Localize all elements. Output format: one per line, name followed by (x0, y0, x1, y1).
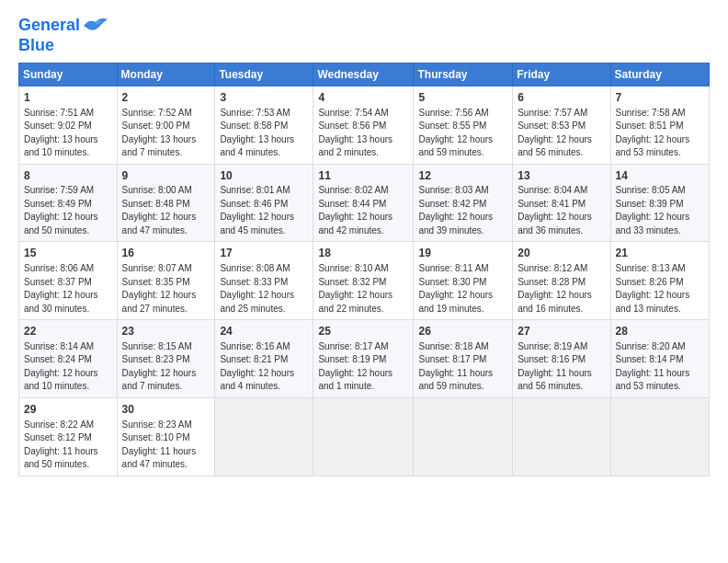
calendar-day-cell: 20Sunrise: 8:12 AMSunset: 8:28 PMDayligh… (513, 242, 610, 320)
day-info: Sunrise: 8:00 AMSunset: 8:48 PMDaylight:… (122, 184, 210, 237)
day-info: Sunrise: 8:11 AMSunset: 8:30 PMDaylight:… (418, 262, 507, 316)
day-number: 14 (616, 168, 704, 184)
calendar-day-cell (215, 397, 313, 476)
day-number: 19 (418, 246, 507, 261)
day-info: Sunrise: 8:07 AMSunset: 8:35 PMDaylight:… (122, 262, 210, 316)
calendar-header-sunday: Sunday (19, 63, 118, 86)
calendar-header-wednesday: Wednesday (313, 63, 414, 86)
day-info: Sunrise: 7:58 AMSunset: 8:51 PMDaylight:… (616, 107, 704, 160)
calendar-day-cell: 27Sunrise: 8:19 AMSunset: 8:16 PMDayligh… (513, 320, 610, 398)
calendar-day-cell: 4Sunrise: 7:54 AMSunset: 8:56 PMDaylight… (313, 86, 414, 164)
day-info: Sunrise: 7:57 AMSunset: 8:53 PMDaylight:… (518, 107, 605, 160)
calendar-day-cell: 19Sunrise: 8:11 AMSunset: 8:30 PMDayligh… (414, 242, 513, 320)
day-number: 29 (24, 402, 112, 418)
logo: General Blue (18, 15, 109, 55)
day-info: Sunrise: 8:23 AMSunset: 8:10 PMDaylight:… (122, 419, 210, 472)
calendar-header-row: SundayMondayTuesdayWednesdayThursdayFrid… (19, 63, 710, 86)
calendar-day-cell: 16Sunrise: 8:07 AMSunset: 8:35 PMDayligh… (117, 242, 215, 320)
calendar-week-row: 8Sunrise: 7:59 AMSunset: 8:49 PMDaylight… (19, 164, 710, 242)
day-info: Sunrise: 8:03 AMSunset: 8:42 PMDaylight:… (418, 184, 507, 237)
day-info: Sunrise: 8:04 AMSunset: 8:41 PMDaylight:… (518, 184, 605, 237)
day-number: 18 (318, 246, 408, 261)
page: General Blue SundayMondayTuesdayWednesda… (0, 0, 728, 563)
day-number: 30 (122, 402, 210, 418)
calendar-day-cell: 30Sunrise: 8:23 AMSunset: 8:10 PMDayligh… (117, 397, 215, 476)
day-number: 7 (616, 90, 704, 106)
calendar-header-saturday: Saturday (610, 63, 709, 86)
calendar-day-cell: 26Sunrise: 8:18 AMSunset: 8:17 PMDayligh… (414, 320, 513, 398)
day-info: Sunrise: 8:12 AMSunset: 8:28 PMDaylight:… (518, 262, 605, 316)
calendar-week-row: 15Sunrise: 8:06 AMSunset: 8:37 PMDayligh… (19, 242, 710, 320)
calendar-week-row: 29Sunrise: 8:22 AMSunset: 8:12 PMDayligh… (19, 397, 710, 476)
day-number: 25 (318, 324, 408, 339)
day-info: Sunrise: 8:19 AMSunset: 8:16 PMDaylight:… (518, 340, 605, 394)
calendar-day-cell: 18Sunrise: 8:10 AMSunset: 8:32 PMDayligh… (313, 242, 414, 320)
day-number: 9 (122, 168, 210, 184)
calendar-day-cell: 3Sunrise: 7:53 AMSunset: 8:58 PMDaylight… (215, 86, 313, 164)
calendar-header-thursday: Thursday (414, 63, 513, 86)
calendar-day-cell: 5Sunrise: 7:56 AMSunset: 8:55 PMDaylight… (414, 86, 513, 164)
day-info: Sunrise: 7:56 AMSunset: 8:55 PMDaylight:… (418, 107, 507, 160)
day-info: Sunrise: 8:20 AMSunset: 8:14 PMDaylight:… (616, 340, 704, 394)
calendar-day-cell (414, 397, 513, 476)
day-number: 26 (418, 324, 507, 339)
day-number: 22 (24, 324, 112, 339)
day-number: 10 (220, 168, 308, 184)
day-number: 15 (24, 246, 112, 261)
day-number: 1 (24, 90, 112, 106)
calendar-day-cell (313, 397, 414, 476)
logo-bird-icon (82, 15, 109, 37)
logo-text-blue: Blue (18, 37, 109, 55)
calendar-day-cell: 15Sunrise: 8:06 AMSunset: 8:37 PMDayligh… (19, 242, 118, 320)
calendar-day-cell: 25Sunrise: 8:17 AMSunset: 8:19 PMDayligh… (313, 320, 414, 398)
day-number: 21 (616, 246, 704, 261)
calendar-header-friday: Friday (513, 63, 610, 86)
day-info: Sunrise: 7:53 AMSunset: 8:58 PMDaylight:… (220, 107, 308, 160)
calendar-day-cell: 22Sunrise: 8:14 AMSunset: 8:24 PMDayligh… (19, 320, 118, 398)
day-info: Sunrise: 8:17 AMSunset: 8:19 PMDaylight:… (318, 340, 408, 394)
calendar-day-cell: 2Sunrise: 7:52 AMSunset: 9:00 PMDaylight… (117, 86, 215, 164)
logo-text: General (18, 17, 80, 35)
day-info: Sunrise: 7:51 AMSunset: 9:02 PMDaylight:… (24, 107, 112, 160)
calendar-day-cell: 12Sunrise: 8:03 AMSunset: 8:42 PMDayligh… (414, 164, 513, 242)
calendar-day-cell: 13Sunrise: 8:04 AMSunset: 8:41 PMDayligh… (513, 164, 610, 242)
day-number: 12 (418, 168, 507, 184)
calendar-day-cell: 10Sunrise: 8:01 AMSunset: 8:46 PMDayligh… (215, 164, 313, 242)
calendar-day-cell: 29Sunrise: 8:22 AMSunset: 8:12 PMDayligh… (19, 397, 118, 476)
day-info: Sunrise: 8:02 AMSunset: 8:44 PMDaylight:… (318, 184, 408, 237)
calendar-header-monday: Monday (117, 63, 215, 86)
calendar-day-cell: 14Sunrise: 8:05 AMSunset: 8:39 PMDayligh… (610, 164, 709, 242)
calendar-day-cell: 7Sunrise: 7:58 AMSunset: 8:51 PMDaylight… (610, 86, 709, 164)
calendar-week-row: 1Sunrise: 7:51 AMSunset: 9:02 PMDaylight… (19, 86, 710, 164)
calendar-day-cell: 1Sunrise: 7:51 AMSunset: 9:02 PMDaylight… (19, 86, 118, 164)
calendar-day-cell: 6Sunrise: 7:57 AMSunset: 8:53 PMDaylight… (513, 86, 610, 164)
header: General Blue (18, 15, 710, 55)
day-info: Sunrise: 8:14 AMSunset: 8:24 PMDaylight:… (24, 340, 112, 394)
calendar-day-cell (610, 397, 709, 476)
calendar-day-cell: 8Sunrise: 7:59 AMSunset: 8:49 PMDaylight… (19, 164, 118, 242)
day-info: Sunrise: 8:22 AMSunset: 8:12 PMDaylight:… (24, 419, 112, 472)
calendar-header-tuesday: Tuesday (215, 63, 313, 86)
calendar-day-cell: 28Sunrise: 8:20 AMSunset: 8:14 PMDayligh… (610, 320, 709, 398)
day-number: 13 (518, 168, 605, 184)
day-info: Sunrise: 8:13 AMSunset: 8:26 PMDaylight:… (616, 262, 704, 316)
calendar-table: SundayMondayTuesdayWednesdayThursdayFrid… (18, 63, 710, 477)
day-info: Sunrise: 8:01 AMSunset: 8:46 PMDaylight:… (220, 184, 308, 237)
calendar-day-cell: 9Sunrise: 8:00 AMSunset: 8:48 PMDaylight… (117, 164, 215, 242)
day-info: Sunrise: 7:59 AMSunset: 8:49 PMDaylight:… (24, 184, 112, 237)
day-info: Sunrise: 8:05 AMSunset: 8:39 PMDaylight:… (616, 184, 704, 237)
calendar-week-row: 22Sunrise: 8:14 AMSunset: 8:24 PMDayligh… (19, 320, 710, 398)
calendar-day-cell: 21Sunrise: 8:13 AMSunset: 8:26 PMDayligh… (610, 242, 709, 320)
day-info: Sunrise: 7:52 AMSunset: 9:00 PMDaylight:… (122, 107, 210, 160)
day-number: 4 (318, 90, 408, 106)
day-info: Sunrise: 8:15 AMSunset: 8:23 PMDaylight:… (122, 340, 210, 394)
calendar-day-cell: 11Sunrise: 8:02 AMSunset: 8:44 PMDayligh… (313, 164, 414, 242)
calendar-day-cell: 24Sunrise: 8:16 AMSunset: 8:21 PMDayligh… (215, 320, 313, 398)
day-info: Sunrise: 7:54 AMSunset: 8:56 PMDaylight:… (318, 107, 408, 160)
day-number: 16 (122, 246, 210, 261)
calendar-day-cell: 17Sunrise: 8:08 AMSunset: 8:33 PMDayligh… (215, 242, 313, 320)
calendar-day-cell (513, 397, 610, 476)
day-number: 2 (122, 90, 210, 106)
day-number: 27 (518, 324, 605, 339)
day-number: 8 (24, 168, 112, 184)
